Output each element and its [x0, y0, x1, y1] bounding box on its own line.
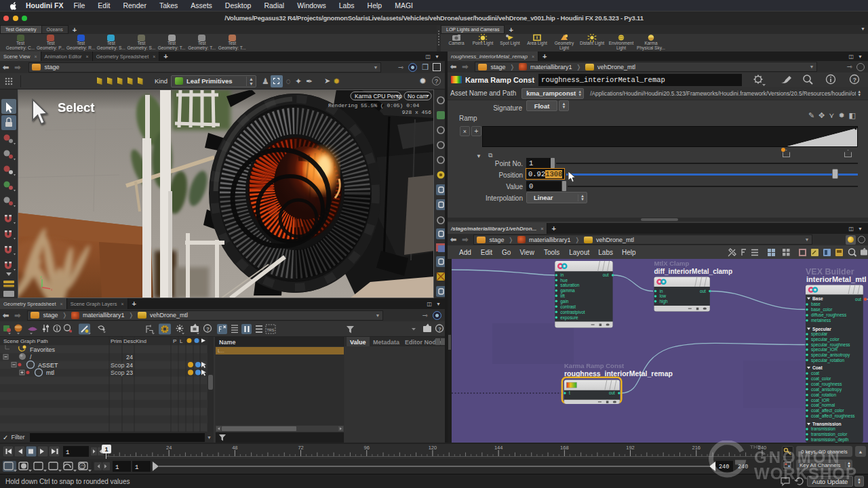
svg-text:in: in: [660, 289, 663, 293]
svg-text:MtlX Clamp: MtlX Clamp: [654, 260, 690, 267]
svg-text:coat_affect_color: coat_affect_color: [811, 408, 844, 413]
svg-text:Metadata: Metadata: [373, 339, 400, 346]
svg-text:out: out: [609, 390, 615, 395]
svg-text:No cam: No cam: [408, 93, 427, 100]
svg-text:1: 1: [66, 449, 69, 456]
svg-text:Base: Base: [812, 296, 823, 301]
svg-text:168: 168: [560, 445, 569, 451]
svg-text:exposure: exposure: [560, 315, 578, 321]
svg-text:TRS: TRS: [267, 328, 275, 332]
svg-text:928 x 456: 928 x 456: [402, 109, 431, 115]
svg-text:Favorites: Favorites: [30, 346, 56, 353]
svg-text:⏱: ⏱: [80, 464, 84, 470]
svg-text:24: 24: [126, 362, 133, 369]
svg-text:216: 216: [692, 445, 701, 451]
svg-text:in: in: [560, 272, 564, 277]
svg-text:L...: L...: [218, 348, 224, 353]
svg-text:L: L: [180, 338, 183, 344]
svg-text:Specular: Specular: [812, 327, 831, 332]
svg-text:ASSET: ASSET: [38, 362, 58, 369]
svg-text:Value: Value: [350, 339, 366, 346]
svg-text:240: 240: [758, 445, 767, 451]
svg-text:coat: coat: [811, 371, 819, 375]
svg-text:Select: Select: [58, 100, 95, 115]
svg-text:Prim: Prim: [111, 338, 122, 344]
svg-text:240: 240: [719, 464, 729, 470]
svg-text:1: 1: [135, 464, 138, 471]
svg-text:out: out: [855, 297, 861, 302]
svg-text:72: 72: [298, 445, 303, 451]
svg-text:Kind: Kind: [136, 338, 146, 344]
svg-text:saturation: saturation: [560, 283, 580, 287]
svg-text:specular_color: specular_color: [811, 337, 840, 342]
svg-text:Scene Graph Path: Scene Graph Path: [3, 338, 48, 344]
svg-text:base: base: [811, 302, 821, 306]
svg-text:1: 1: [115, 464, 119, 471]
svg-text:240: 240: [738, 464, 748, 470]
svg-text:low: low: [660, 293, 667, 298]
svg-text:gain: gain: [560, 299, 569, 304]
svg-text:contrastpivot: contrastpivot: [560, 310, 585, 315]
svg-text:Coat: Coat: [812, 365, 823, 370]
svg-text:Name: Name: [219, 339, 236, 346]
svg-text:diff_interiorMetal_clamp: diff_interiorMetal_clamp: [654, 268, 733, 275]
svg-text:coat_affect_roughness: coat_affect_roughness: [811, 413, 855, 419]
svg-text:roughness_interiorMetal_remap: roughness_interiorMetal_remap: [564, 369, 673, 378]
svg-text:23: 23: [126, 369, 133, 376]
svg-text:P: P: [173, 338, 176, 344]
svg-text:coat_anisotropy: coat_anisotropy: [811, 387, 842, 392]
svg-text:metalness: metalness: [811, 318, 831, 323]
svg-text:t: t: [569, 390, 570, 395]
svg-text:hue: hue: [560, 278, 568, 283]
svg-text:high: high: [660, 299, 669, 304]
svg-text:coat_color: coat_color: [811, 376, 831, 382]
svg-text:48: 48: [232, 445, 237, 451]
svg-text:Scop: Scop: [111, 369, 125, 376]
svg-text:Transmission: Transmission: [812, 422, 842, 426]
svg-text:out: out: [603, 272, 609, 277]
svg-text:24: 24: [126, 354, 133, 361]
svg-text:mtl: mtl: [46, 369, 54, 376]
svg-text:out: out: [700, 289, 706, 293]
svg-text:?: ?: [438, 326, 441, 332]
svg-text:24: 24: [166, 445, 172, 451]
svg-text:Rendering 55.5% ( 0:05) 0:0: Rendering 55.5% ( 0:05) 0:04: [328, 102, 420, 108]
svg-text:transmission_depth: transmission_depth: [811, 437, 849, 443]
svg-text:Scop: Scop: [111, 362, 125, 369]
svg-text:interiorMetal_mtl: interiorMetal_mtl: [806, 275, 867, 283]
svg-text:144: 144: [494, 445, 503, 451]
svg-text:192: 192: [626, 445, 635, 451]
svg-text:transmission: transmission: [811, 426, 835, 431]
svg-text:lift: lift: [560, 293, 565, 298]
svg-text:1: 1: [105, 446, 108, 453]
svg-text:Desc: Desc: [123, 338, 136, 344]
svg-text:?: ?: [206, 326, 210, 332]
svg-text:120: 120: [429, 445, 437, 451]
svg-text:Karma CPU Persp: Karma CPU Persp: [355, 93, 402, 100]
svg-text:specular_rotation: specular_rotation: [811, 358, 844, 363]
svg-text:base_color: base_color: [811, 307, 833, 312]
svg-text:96: 96: [364, 445, 370, 451]
svg-text:?: ?: [853, 76, 857, 83]
svg-text:Karma Ramp Const: Karma Ramp Const: [564, 362, 625, 369]
svg-text:contrast: contrast: [560, 304, 576, 309]
